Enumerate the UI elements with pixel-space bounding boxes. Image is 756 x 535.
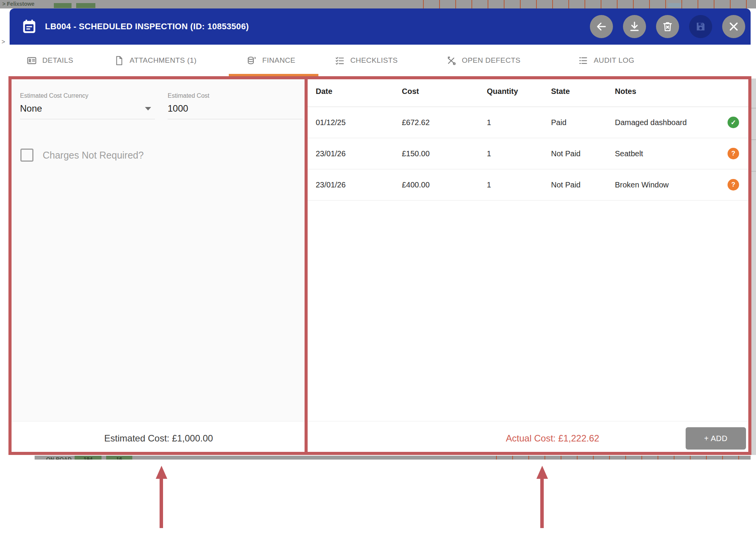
charges-not-required-label: Charges Not Required? <box>43 150 144 161</box>
close-icon <box>728 21 739 32</box>
cell-state: Not Paid <box>551 181 615 189</box>
charges-not-required-checkbox[interactable] <box>20 149 33 162</box>
arrow-left-icon <box>596 21 607 32</box>
background-count-badge: 194 <box>75 456 102 460</box>
cell-state: Not Paid <box>551 149 615 158</box>
cell-cost: £672.62 <box>402 118 487 127</box>
trash-x-icon <box>662 21 673 32</box>
tab-label: FINANCE <box>262 56 295 65</box>
cell-quantity: 1 <box>487 181 551 189</box>
currency-select[interactable]: None <box>20 103 155 119</box>
background-green-block <box>54 3 72 8</box>
event-clipboard-icon <box>21 18 37 35</box>
payment-status-icon: ? <box>728 148 739 159</box>
background-timeline-gridlines <box>408 0 756 8</box>
background-bottom-strip: ON ROAD 194 16 <box>35 456 751 460</box>
cell-state: Paid <box>551 118 615 127</box>
table-row[interactable]: 23/01/26 £400.00 1 Not Paid Broken Windo… <box>308 169 751 201</box>
save-button[interactable] <box>689 15 712 38</box>
background-green-block <box>76 3 95 8</box>
breadcrumb: > Felixstowe <box>2 1 35 7</box>
column-header-date: Date <box>316 87 402 96</box>
background-chevron: > <box>2 38 5 45</box>
actual-cost-total: Actual Cost: £1,222.62 <box>506 433 599 444</box>
tab-label: AUDIT LOG <box>594 56 634 65</box>
modal-title: LB004 - SCHEDULED INSPECTION (ID: 108535… <box>45 22 249 32</box>
currency-selected-value: None <box>20 103 42 114</box>
coins-icon <box>246 55 257 66</box>
background-row-label: ON ROAD <box>46 456 72 460</box>
estimated-cost-input[interactable]: 1000 <box>168 103 303 119</box>
cell-notes: Damaged dashboard <box>615 118 716 127</box>
tab-attachments[interactable]: ATTACHMENTS (1) <box>114 45 196 76</box>
currency-field: Estimated Cost Currency None <box>20 92 155 119</box>
table-row[interactable]: 01/12/25 £672.62 1 Paid Damaged dashboar… <box>308 107 751 138</box>
tab-label: DETAILS <box>42 56 73 65</box>
id-card-icon <box>27 55 37 66</box>
tab-open-defects[interactable]: OPEN DEFECTS <box>446 45 521 76</box>
crossed-tools-icon <box>446 55 456 66</box>
file-icon <box>114 55 124 66</box>
payment-status-icon: ? <box>728 179 739 191</box>
estimated-cost-field-label: Estimated Cost <box>168 92 303 99</box>
estimated-cost-footer: Estimated Cost: £1,000.00 <box>10 421 308 455</box>
background-top-strip: > Felixstowe <box>0 0 756 8</box>
cell-quantity: 1 <box>487 149 551 158</box>
actual-cost-footer: Actual Cost: £1,222.62 + ADD <box>308 421 751 455</box>
actual-cost-panel: Date Cost Quantity State Notes 01/12/25 … <box>308 76 751 455</box>
checklist-icon <box>335 55 345 66</box>
payment-status-icon: ✓ <box>728 117 739 128</box>
close-button[interactable] <box>722 15 745 38</box>
annotation-arrow-right <box>536 466 548 528</box>
charges-table-header: Date Cost Quantity State Notes <box>308 76 751 107</box>
column-header-quantity: Quantity <box>487 87 551 96</box>
back-button[interactable] <box>590 15 613 38</box>
save-floppy-icon <box>695 21 706 32</box>
cell-cost: £400.00 <box>402 181 487 189</box>
tab-label: ATTACHMENTS (1) <box>130 56 196 65</box>
chevron-down-icon <box>145 107 151 110</box>
cell-quantity: 1 <box>487 118 551 127</box>
tab-bar: DETAILS ATTACHMENTS (1) FINANCE CHECKLIS… <box>10 45 751 76</box>
annotation-arrow-left <box>156 466 167 528</box>
background-timeline-gridlines <box>481 456 751 460</box>
cell-notes: Seatbelt <box>615 149 716 158</box>
download-icon <box>629 21 640 32</box>
list-icon <box>578 55 588 66</box>
tab-checklists[interactable]: CHECKLISTS <box>335 45 398 76</box>
estimated-cost-total: Estimated Cost: £1,000.00 <box>104 433 213 444</box>
cell-date: 01/12/25 <box>316 118 402 127</box>
estimated-cost-panel: Estimated Cost Currency None Estimated C… <box>10 76 308 455</box>
background-count-badge: 16 <box>106 456 132 460</box>
delete-button[interactable] <box>656 15 679 38</box>
column-header-state: State <box>551 87 615 96</box>
download-button[interactable] <box>623 15 646 38</box>
add-charge-button[interactable]: + ADD <box>686 427 746 450</box>
cell-notes: Broken Window <box>615 181 716 189</box>
tab-details[interactable]: DETAILS <box>27 45 73 76</box>
tab-audit-log[interactable]: AUDIT LOG <box>578 45 634 76</box>
inspection-modal: LB004 - SCHEDULED INSPECTION (ID: 108535… <box>10 8 751 455</box>
modal-header: LB004 - SCHEDULED INSPECTION (ID: 108535… <box>10 8 751 45</box>
estimated-cost-value: 1000 <box>168 103 188 114</box>
estimated-cost-field: Estimated Cost 1000 <box>168 92 303 119</box>
cell-cost: £150.00 <box>402 149 487 158</box>
tab-label: CHECKLISTS <box>350 56 398 65</box>
currency-field-label: Estimated Cost Currency <box>20 92 155 99</box>
background-right-sliver <box>751 79 756 455</box>
column-header-cost: Cost <box>402 87 487 96</box>
table-row[interactable]: 23/01/26 £150.00 1 Not Paid Seatbelt ? <box>308 138 751 169</box>
cell-date: 23/01/26 <box>316 181 402 189</box>
cell-date: 23/01/26 <box>316 149 402 158</box>
add-button-label: + ADD <box>704 434 728 443</box>
tab-label: OPEN DEFECTS <box>462 56 521 65</box>
column-header-notes: Notes <box>615 87 716 96</box>
tab-finance[interactable]: FINANCE <box>246 45 295 76</box>
